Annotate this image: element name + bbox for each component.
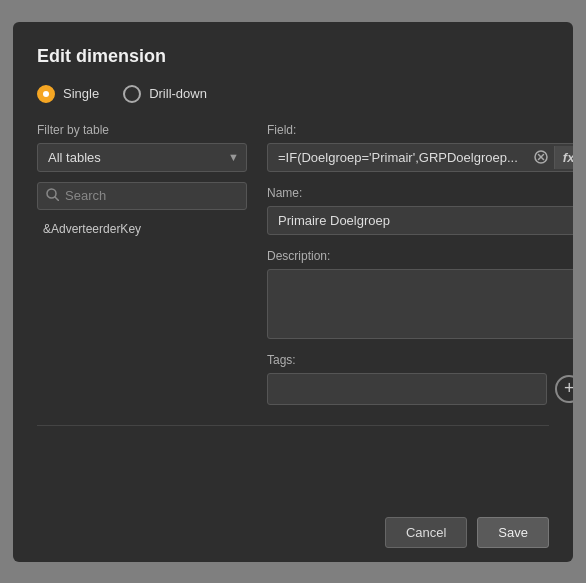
modal-divider (37, 425, 549, 426)
description-group: Description: (267, 249, 573, 339)
description-label: Description: (267, 249, 573, 263)
radio-single[interactable]: Single (37, 85, 99, 103)
content-row: Filter by table All tables ▼ (37, 123, 549, 405)
radio-group: Single Drill-down (37, 85, 549, 103)
cancel-button[interactable]: Cancel (385, 517, 467, 548)
modal-body: Edit dimension Single Drill-down Filter … (13, 22, 573, 503)
radio-single-label: Single (63, 86, 99, 101)
field-input-wrapper: =IF(Doelgroep='Primair',GRPDoelgroep... … (267, 143, 573, 172)
filter-by-table-label: Filter by table (37, 123, 247, 137)
description-input[interactable] (267, 269, 573, 339)
add-tag-button[interactable]: + (555, 375, 573, 403)
radio-drilldown-label: Drill-down (149, 86, 207, 101)
svg-line-1 (55, 197, 59, 201)
field-list: &AdverteerderKey (37, 218, 247, 405)
search-box (37, 182, 247, 210)
clear-field-button[interactable] (528, 146, 554, 168)
tags-input[interactable] (267, 373, 547, 405)
modal-title: Edit dimension (37, 46, 549, 67)
filter-select-wrapper: All tables ▼ (37, 143, 247, 172)
edit-dimension-modal: Edit dimension Single Drill-down Filter … (13, 22, 573, 562)
search-icon (46, 188, 59, 204)
radio-drilldown[interactable]: Drill-down (123, 85, 207, 103)
right-panel: Field: =IF(Doelgroep='Primair',GRPDoelgr… (267, 123, 573, 405)
search-input[interactable] (65, 188, 238, 203)
field-formula-text: =IF(Doelgroep='Primair',GRPDoelgroep... (268, 144, 528, 171)
field-group: Field: =IF(Doelgroep='Primair',GRPDoelgr… (267, 123, 573, 172)
tags-group: Tags: + (267, 353, 573, 405)
tags-row: + (267, 373, 573, 405)
save-button[interactable]: Save (477, 517, 549, 548)
list-item[interactable]: &AdverteerderKey (37, 218, 247, 240)
formula-editor-button[interactable]: fx (554, 146, 573, 169)
name-group: Name: (267, 186, 573, 235)
field-label: Field: (267, 123, 573, 137)
name-input[interactable] (267, 206, 573, 235)
radio-circle-drilldown[interactable] (123, 85, 141, 103)
name-label: Name: (267, 186, 573, 200)
modal-footer: Cancel Save (13, 503, 573, 562)
left-panel: Filter by table All tables ▼ (37, 123, 247, 405)
tags-label: Tags: (267, 353, 573, 367)
filter-by-table-select[interactable]: All tables (37, 143, 247, 172)
radio-circle-single[interactable] (37, 85, 55, 103)
